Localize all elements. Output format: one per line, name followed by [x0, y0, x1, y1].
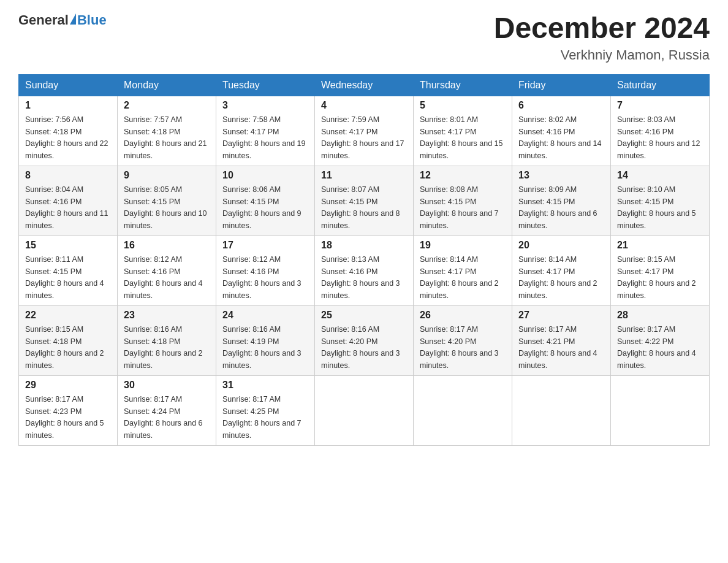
day-number: 4 — [321, 100, 407, 111]
day-number: 29 — [25, 380, 111, 391]
day-info: Sunrise: 8:14 AMSunset: 4:17 PMDaylight:… — [420, 255, 499, 300]
table-row: 25 Sunrise: 8:16 AMSunset: 4:20 PMDaylig… — [315, 305, 414, 375]
table-row: 1 Sunrise: 7:56 AMSunset: 4:18 PMDayligh… — [19, 96, 118, 166]
day-number: 1 — [25, 100, 111, 111]
table-row: 12 Sunrise: 8:08 AMSunset: 4:15 PMDaylig… — [414, 166, 512, 236]
day-number: 25 — [321, 310, 407, 321]
header-row: Sunday Monday Tuesday Wednesday Thursday… — [19, 74, 710, 96]
table-row: 2 Sunrise: 7:57 AMSunset: 4:18 PMDayligh… — [118, 96, 216, 166]
day-number: 28 — [617, 310, 703, 321]
table-row: 16 Sunrise: 8:12 AMSunset: 4:16 PMDaylig… — [118, 236, 216, 305]
day-number: 20 — [518, 240, 604, 251]
day-info: Sunrise: 8:05 AMSunset: 4:15 PMDaylight:… — [124, 185, 207, 230]
calendar-table: Sunday Monday Tuesday Wednesday Thursday… — [18, 74, 710, 446]
header-tuesday: Tuesday — [216, 74, 315, 96]
calendar-week-4: 22 Sunrise: 8:15 AMSunset: 4:18 PMDaylig… — [19, 305, 710, 375]
day-info: Sunrise: 7:58 AMSunset: 4:17 PMDaylight:… — [222, 115, 306, 160]
title-section: December 2024 Verkhniy Mamon, Russia — [494, 12, 710, 63]
day-number: 5 — [420, 100, 506, 111]
day-info: Sunrise: 8:01 AMSunset: 4:17 PMDaylight:… — [420, 115, 503, 160]
day-number: 27 — [518, 310, 604, 321]
table-row — [315, 375, 414, 445]
calendar-title: December 2024 — [494, 12, 710, 45]
day-info: Sunrise: 8:16 AMSunset: 4:19 PMDaylight:… — [222, 325, 301, 370]
day-number: 17 — [222, 240, 308, 251]
header-monday: Monday — [118, 74, 216, 96]
table-row: 22 Sunrise: 8:15 AMSunset: 4:18 PMDaylig… — [19, 305, 118, 375]
table-row: 26 Sunrise: 8:17 AMSunset: 4:20 PMDaylig… — [414, 305, 512, 375]
day-info: Sunrise: 8:03 AMSunset: 4:16 PMDaylight:… — [617, 115, 700, 160]
table-row: 7 Sunrise: 8:03 AMSunset: 4:16 PMDayligh… — [611, 96, 710, 166]
day-info: Sunrise: 8:17 AMSunset: 4:23 PMDaylight:… — [25, 395, 104, 440]
logo-triangle-icon — [70, 13, 76, 25]
day-info: Sunrise: 8:12 AMSunset: 4:16 PMDaylight:… — [222, 255, 301, 300]
calendar-week-1: 1 Sunrise: 7:56 AMSunset: 4:18 PMDayligh… — [19, 96, 710, 166]
table-row: 11 Sunrise: 8:07 AMSunset: 4:15 PMDaylig… — [315, 166, 414, 236]
day-info: Sunrise: 8:06 AMSunset: 4:15 PMDaylight:… — [222, 185, 301, 230]
calendar-subtitle: Verkhniy Mamon, Russia — [494, 47, 710, 63]
day-number: 16 — [124, 240, 210, 251]
day-number: 6 — [518, 100, 604, 111]
day-info: Sunrise: 8:11 AMSunset: 4:15 PMDaylight:… — [25, 255, 104, 300]
calendar-page: General Blue December 2024 Verkhniy Mamo… — [0, 0, 728, 563]
table-row: 6 Sunrise: 8:02 AMSunset: 4:16 PMDayligh… — [512, 96, 611, 166]
header-friday: Friday — [512, 74, 611, 96]
day-info: Sunrise: 7:57 AMSunset: 4:18 PMDaylight:… — [124, 115, 207, 160]
table-row: 29 Sunrise: 8:17 AMSunset: 4:23 PMDaylig… — [19, 375, 118, 445]
day-info: Sunrise: 8:15 AMSunset: 4:17 PMDaylight:… — [617, 255, 696, 300]
table-row — [414, 375, 512, 445]
table-row: 8 Sunrise: 8:04 AMSunset: 4:16 PMDayligh… — [19, 166, 118, 236]
table-row: 28 Sunrise: 8:17 AMSunset: 4:22 PMDaylig… — [611, 305, 710, 375]
logo-blue: Blue — [77, 12, 107, 28]
day-info: Sunrise: 8:16 AMSunset: 4:18 PMDaylight:… — [124, 325, 203, 370]
day-number: 30 — [124, 380, 210, 391]
logo-text: General Blue — [18, 12, 107, 28]
day-info: Sunrise: 7:56 AMSunset: 4:18 PMDaylight:… — [25, 115, 108, 160]
day-info: Sunrise: 8:17 AMSunset: 4:22 PMDaylight:… — [617, 325, 696, 370]
day-info: Sunrise: 8:10 AMSunset: 4:15 PMDaylight:… — [617, 185, 696, 230]
day-number: 10 — [222, 170, 308, 181]
day-number: 21 — [617, 240, 703, 251]
day-number: 2 — [124, 100, 210, 111]
table-row: 10 Sunrise: 8:06 AMSunset: 4:15 PMDaylig… — [216, 166, 315, 236]
day-info: Sunrise: 8:17 AMSunset: 4:20 PMDaylight:… — [420, 325, 499, 370]
day-info: Sunrise: 8:02 AMSunset: 4:16 PMDaylight:… — [518, 115, 602, 160]
day-info: Sunrise: 8:09 AMSunset: 4:15 PMDaylight:… — [518, 185, 597, 230]
table-row: 15 Sunrise: 8:11 AMSunset: 4:15 PMDaylig… — [19, 236, 118, 305]
day-info: Sunrise: 8:07 AMSunset: 4:15 PMDaylight:… — [321, 185, 400, 230]
table-row: 5 Sunrise: 8:01 AMSunset: 4:17 PMDayligh… — [414, 96, 512, 166]
day-info: Sunrise: 8:14 AMSunset: 4:17 PMDaylight:… — [518, 255, 597, 300]
day-number: 9 — [124, 170, 210, 181]
day-number: 24 — [222, 310, 308, 321]
day-info: Sunrise: 8:17 AMSunset: 4:21 PMDaylight:… — [518, 325, 597, 370]
table-row: 4 Sunrise: 7:59 AMSunset: 4:17 PMDayligh… — [315, 96, 414, 166]
day-number: 14 — [617, 170, 703, 181]
table-row: 24 Sunrise: 8:16 AMSunset: 4:19 PMDaylig… — [216, 305, 315, 375]
day-number: 3 — [222, 100, 308, 111]
table-row: 3 Sunrise: 7:58 AMSunset: 4:17 PMDayligh… — [216, 96, 315, 166]
table-row: 9 Sunrise: 8:05 AMSunset: 4:15 PMDayligh… — [118, 166, 216, 236]
table-row: 27 Sunrise: 8:17 AMSunset: 4:21 PMDaylig… — [512, 305, 611, 375]
day-number: 31 — [222, 380, 308, 391]
table-row: 13 Sunrise: 8:09 AMSunset: 4:15 PMDaylig… — [512, 166, 611, 236]
header-sunday: Sunday — [19, 74, 118, 96]
day-number: 18 — [321, 240, 407, 251]
header-thursday: Thursday — [414, 74, 512, 96]
day-number: 11 — [321, 170, 407, 181]
header-wednesday: Wednesday — [315, 74, 414, 96]
table-row: 30 Sunrise: 8:17 AMSunset: 4:24 PMDaylig… — [118, 375, 216, 445]
table-row — [611, 375, 710, 445]
table-row: 21 Sunrise: 8:15 AMSunset: 4:17 PMDaylig… — [611, 236, 710, 305]
day-number: 23 — [124, 310, 210, 321]
day-info: Sunrise: 8:12 AMSunset: 4:16 PMDaylight:… — [124, 255, 203, 300]
table-row: 20 Sunrise: 8:14 AMSunset: 4:17 PMDaylig… — [512, 236, 611, 305]
table-row: 31 Sunrise: 8:17 AMSunset: 4:25 PMDaylig… — [216, 375, 315, 445]
day-number: 8 — [25, 170, 111, 181]
table-row — [512, 375, 611, 445]
calendar-week-5: 29 Sunrise: 8:17 AMSunset: 4:23 PMDaylig… — [19, 375, 710, 445]
header-saturday: Saturday — [611, 74, 710, 96]
page-header: General Blue December 2024 Verkhniy Mamo… — [18, 12, 710, 63]
day-info: Sunrise: 8:16 AMSunset: 4:20 PMDaylight:… — [321, 325, 400, 370]
day-info: Sunrise: 8:08 AMSunset: 4:15 PMDaylight:… — [420, 185, 499, 230]
day-number: 19 — [420, 240, 506, 251]
